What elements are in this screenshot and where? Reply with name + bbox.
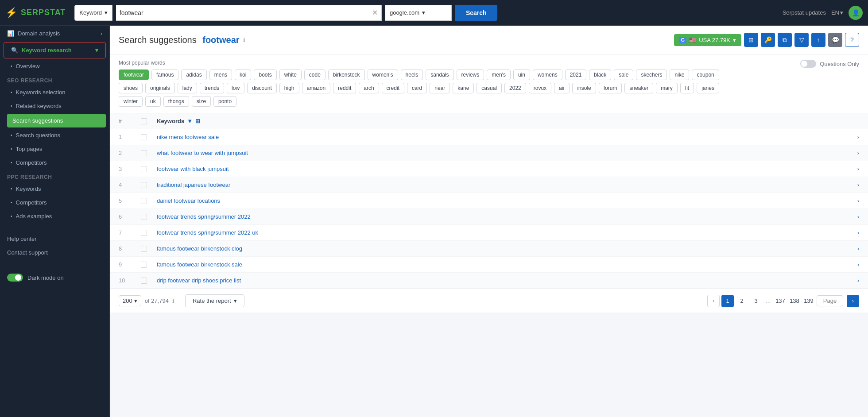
tag-thongs[interactable]: thongs — [163, 96, 189, 107]
tag-fit[interactable]: fit — [680, 83, 694, 93]
tag-janes[interactable]: janes — [697, 83, 719, 93]
user-avatar[interactable]: 👤 — [849, 6, 863, 20]
row-checkbox[interactable] — [141, 278, 147, 284]
tag-nike[interactable]: nike — [670, 70, 689, 80]
filter-button[interactable]: ▽ — [794, 33, 809, 47]
page-1-button[interactable]: 1 — [721, 295, 734, 307]
keyword-link[interactable]: famous footwear birkenstock clog — [157, 245, 846, 252]
keyword-link[interactable]: famous footwear birkenstock sale — [157, 261, 846, 268]
tag-white[interactable]: white — [279, 70, 302, 80]
row-expand-icon[interactable]: › — [846, 229, 859, 236]
region-button[interactable]: G 🇺🇸 USA 27.79K ▾ — [674, 34, 741, 46]
tag-2021[interactable]: 2021 — [565, 70, 587, 80]
tag-card[interactable]: card — [407, 83, 427, 93]
keyword-settings-icon[interactable]: ⊞ — [195, 118, 200, 124]
row-checkbox[interactable] — [141, 262, 147, 268]
tag-sneaker[interactable]: sneaker — [624, 83, 653, 93]
keyword-link[interactable]: drip footwear drip shoes price list — [157, 277, 846, 284]
tag-insole[interactable]: insole — [572, 83, 596, 93]
keyword-link[interactable]: daniel footwear locations — [157, 197, 846, 204]
row-checkbox[interactable] — [141, 166, 147, 172]
domain-dropdown[interactable]: google.com ▾ — [385, 5, 452, 21]
language-selector[interactable]: EN ▾ — [831, 9, 843, 16]
keyword-link[interactable]: footwear with black jumpsuit — [157, 166, 846, 172]
settings-button[interactable]: 🔑 — [761, 33, 775, 47]
tag-uin[interactable]: uin — [513, 70, 530, 80]
tag-famous[interactable]: famous — [151, 70, 178, 80]
row-checkbox[interactable] — [141, 214, 147, 220]
sidebar-item-related-keywords[interactable]: • Related keywords — [4, 99, 109, 113]
row-checkbox[interactable] — [141, 134, 147, 140]
columns-button[interactable]: ⊞ — [744, 33, 758, 47]
sidebar-item-top-pages[interactable]: • Top pages — [4, 142, 109, 156]
tag-casual[interactable]: casual — [477, 83, 502, 93]
tag-low[interactable]: low — [227, 83, 244, 93]
tag-sandals[interactable]: sandals — [426, 70, 453, 80]
page-input[interactable] — [817, 295, 843, 306]
search-clear-icon[interactable]: ✕ — [372, 8, 378, 17]
tag-rovux[interactable]: rovux — [529, 83, 551, 93]
row-checkbox[interactable] — [141, 198, 147, 204]
tag-size[interactable]: size — [192, 96, 211, 107]
sidebar-item-overview[interactable]: • Overview — [4, 59, 109, 73]
sidebar-item-contact-support[interactable]: Contact support — [0, 246, 109, 259]
row-expand-icon[interactable]: › — [846, 213, 859, 220]
tag-winter[interactable]: winter — [119, 96, 143, 107]
info-icon[interactable]: ℹ — [243, 37, 245, 43]
chat-button[interactable]: 💬 — [828, 33, 842, 47]
tag-high[interactable]: high — [279, 83, 299, 93]
sidebar-item-keywords-selection[interactable]: • Keywords selection — [4, 85, 109, 99]
dark-mode-toggle[interactable]: Dark mode on — [0, 268, 109, 287]
row-expand-icon[interactable]: › — [846, 261, 859, 268]
sidebar-item-domain-analysis[interactable]: 📊 Domain analysis › — [0, 26, 109, 41]
help-button[interactable]: ? — [845, 33, 859, 47]
sidebar-item-ppc-competitors[interactable]: • Competitors — [4, 196, 109, 209]
rate-report-button[interactable]: Rate the report ▾ — [185, 294, 244, 307]
total-info-icon[interactable]: ℹ — [172, 298, 174, 304]
tag-heels[interactable]: heels — [401, 70, 423, 80]
row-checkbox[interactable] — [141, 182, 147, 188]
tag-women's[interactable]: women's — [368, 70, 398, 80]
tag-reddit[interactable]: reddit — [333, 83, 356, 93]
tag-air[interactable]: air — [554, 83, 570, 93]
tag-coupon[interactable]: coupon — [692, 70, 719, 80]
page-3-button[interactable]: 3 — [750, 295, 762, 307]
select-all-checkbox[interactable] — [141, 118, 147, 124]
copy-button[interactable]: ⧉ — [778, 33, 792, 47]
prev-page-button[interactable]: ‹ — [707, 295, 720, 307]
keyword-link[interactable]: nike mens footwear sale — [157, 134, 846, 140]
row-checkbox[interactable] — [141, 246, 147, 252]
sidebar-item-search-suggestions[interactable]: Search suggestions — [7, 114, 106, 127]
tag-uk[interactable]: uk — [145, 96, 161, 107]
sidebar-item-search-questions[interactable]: • Search questions — [4, 128, 109, 142]
tag-trends[interactable]: trends — [200, 83, 224, 93]
tag-men's[interactable]: men's — [487, 70, 511, 80]
row-expand-icon[interactable]: › — [846, 134, 859, 140]
search-input[interactable] — [120, 9, 372, 16]
tag-discount[interactable]: discount — [247, 83, 277, 93]
sidebar-item-competitors[interactable]: • Competitors — [4, 156, 109, 170]
tag-black[interactable]: black — [589, 70, 611, 80]
tag-originals[interactable]: originals — [145, 83, 175, 93]
row-expand-icon[interactable]: › — [846, 245, 859, 252]
tag-adidas[interactable]: adidas — [181, 70, 206, 80]
per-page-dropdown[interactable]: 200 ▾ — [119, 295, 141, 306]
page-138-button[interactable]: 138 — [788, 295, 801, 307]
keyword-link[interactable]: footwear trends spring/summer 2022 uk — [157, 229, 846, 236]
tag-skechers[interactable]: skechers — [636, 70, 667, 80]
tag-lady[interactable]: lady — [178, 83, 197, 93]
sidebar-item-help-center[interactable]: Help center — [0, 232, 109, 246]
page-go-button[interactable]: › — [847, 295, 859, 307]
row-checkbox[interactable] — [141, 230, 147, 236]
page-139-button[interactable]: 139 — [802, 295, 815, 307]
tag-ponto[interactable]: ponto — [213, 96, 236, 107]
tag-credit[interactable]: credit — [382, 83, 404, 93]
export-button[interactable]: ↑ — [811, 33, 825, 47]
dark-mode-switch[interactable] — [7, 274, 23, 282]
sidebar-item-keyword-research[interactable]: 🔍 Keyword research ▾ — [4, 42, 106, 58]
page-2-button[interactable]: 2 — [736, 295, 748, 307]
tag-sale[interactable]: sale — [614, 70, 633, 80]
row-expand-icon[interactable]: › — [846, 277, 859, 284]
row-checkbox[interactable] — [141, 150, 147, 156]
row-expand-icon[interactable]: › — [846, 197, 859, 204]
